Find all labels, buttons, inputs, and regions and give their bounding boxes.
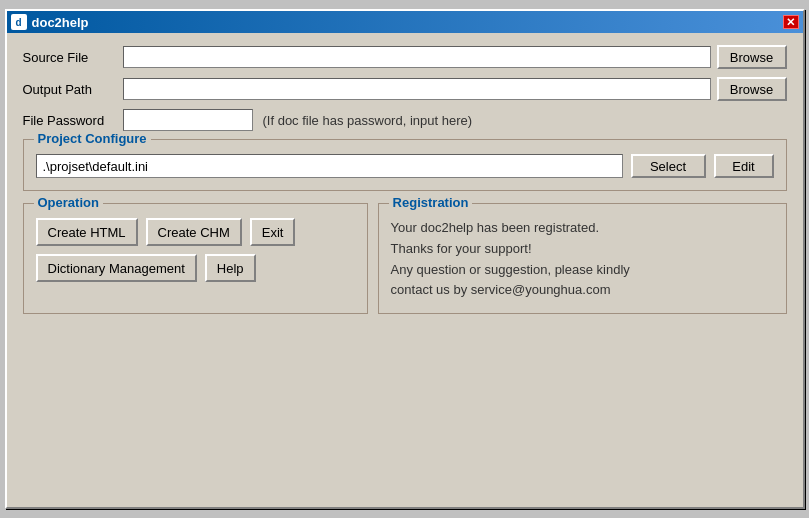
output-path-browse-button[interactable]: Browse <box>717 77 787 101</box>
exit-button[interactable]: Exit <box>250 218 296 246</box>
project-configure-title: Project Configure <box>34 131 151 146</box>
output-path-row: Output Path Browse <box>23 77 787 101</box>
source-file-browse-button[interactable]: Browse <box>717 45 787 69</box>
source-file-label: Source File <box>23 50 123 65</box>
registration-line3: Any question or suggestion, please kindl… <box>391 260 774 281</box>
source-file-input[interactable] <box>123 46 711 68</box>
source-file-row: Source File Browse <box>23 45 787 69</box>
edit-button[interactable]: Edit <box>714 154 774 178</box>
registration-line4: contact us by service@younghua.com <box>391 280 774 301</box>
main-window: d doc2help ✕ Source File Browse Output P… <box>5 9 805 509</box>
help-button[interactable]: Help <box>205 254 256 282</box>
title-bar-left: d doc2help <box>11 14 89 30</box>
create-html-button[interactable]: Create HTML <box>36 218 138 246</box>
select-button[interactable]: Select <box>631 154 706 178</box>
operation-section: Operation Create HTML Create CHM Exit Di… <box>23 203 368 314</box>
window-title: doc2help <box>32 15 89 30</box>
file-password-row: File Password (If doc file has password,… <box>23 109 787 131</box>
operation-row2: Dictionary Management Help <box>36 254 355 282</box>
operation-row1: Create HTML Create CHM Exit <box>36 218 355 246</box>
close-button[interactable]: ✕ <box>783 15 799 29</box>
registration-line2: Thanks for your support! <box>391 239 774 260</box>
output-path-input[interactable] <box>123 78 711 100</box>
file-password-input[interactable] <box>123 109 253 131</box>
output-path-label: Output Path <box>23 82 123 97</box>
registration-line1: Your doc2help has been registrated. <box>391 218 774 239</box>
title-bar: d doc2help ✕ <box>7 11 803 33</box>
operation-title: Operation <box>34 195 103 210</box>
dictionary-management-button[interactable]: Dictionary Management <box>36 254 197 282</box>
registration-section: Registration Your doc2help has been regi… <box>378 203 787 314</box>
project-path-input[interactable] <box>36 154 623 178</box>
create-chm-button[interactable]: Create CHM <box>146 218 242 246</box>
registration-title: Registration <box>389 195 473 210</box>
file-password-label: File Password <box>23 113 123 128</box>
project-configure-section: Project Configure Select Edit <box>23 139 787 191</box>
app-icon: d <box>11 14 27 30</box>
file-password-hint: (If doc file has password, input here) <box>263 113 473 128</box>
main-content: Source File Browse Output Path Browse Fi… <box>7 33 803 326</box>
project-configure-row: Select Edit <box>36 154 774 178</box>
bottom-area: Operation Create HTML Create CHM Exit Di… <box>23 203 787 314</box>
registration-content: Your doc2help has been registrated. Than… <box>391 218 774 301</box>
